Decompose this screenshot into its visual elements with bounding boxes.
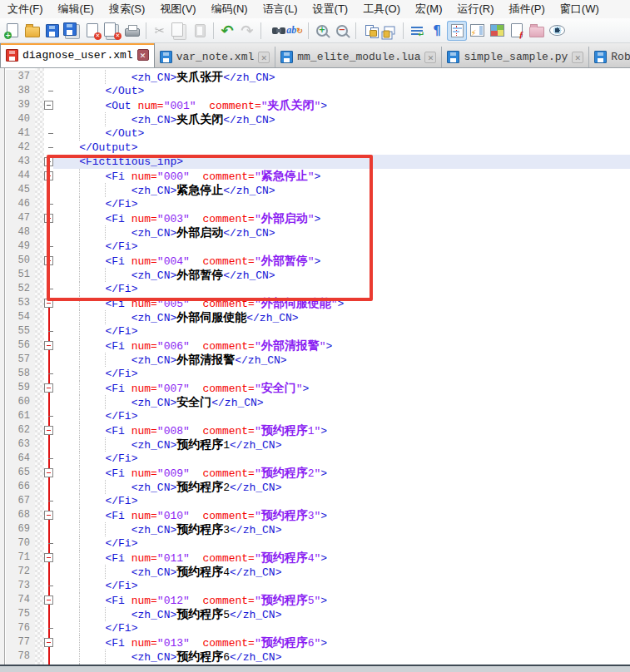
code-line[interactable]: <Fi num="007" comment="安全门"> [53,381,630,395]
function-list-icon[interactable]: ƒ [507,21,527,41]
tab-close-icon[interactable]: ✕ [424,52,436,63]
menu-item-file[interactable]: 文件(F) [0,0,51,18]
tab-var_note-xml[interactable]: var_note.xml✕ [155,47,276,67]
code-line[interactable]: </Fi> [53,367,630,381]
code-line[interactable]: </Fi> [53,536,630,551]
menu-item-language[interactable]: 语言(L) [255,0,305,18]
code-line[interactable]: <zh_CN>安全门</zh_CN> [53,395,630,409]
replace-icon[interactable]: ab↻ [285,21,305,41]
code-line[interactable]: </Fi> [53,621,630,635]
folder-as-workspace-icon[interactable] [527,21,547,41]
code-line[interactable]: <Fi num="011" comment="预约程序4"> [53,551,630,565]
fold-end-mark [48,586,53,586]
code-line[interactable]: <zh_CN>外部清报警</zh_CN> [53,353,630,367]
code-line[interactable]: <zh_CN>夹爪张开</zh_CN> [53,70,630,84]
open-file-icon[interactable] [22,21,42,41]
fold-collapse-box[interactable] [44,511,53,520]
code-line[interactable]: <Fi num="012" comment="预约程序5"> [53,593,630,607]
menu-item-plugins[interactable]: 插件(P) [502,0,553,18]
code-line[interactable]: <zh_CN>外部伺服使能</zh_CN> [53,310,630,324]
copy-icon[interactable] [170,21,190,41]
document-map-icon[interactable] [467,21,487,41]
fold-collapse-box[interactable] [44,638,53,647]
code-line[interactable]: <Out num="001" comment="夹爪关闭"> [53,98,630,112]
code-line[interactable]: <Fi num="006" comment="外部清报警"> [53,338,630,353]
close-all-icon[interactable]: ✕ [102,21,122,41]
code-line[interactable]: <zh_CN>预约程序4</zh_CN> [53,565,630,579]
fold-collapse-box[interactable] [44,101,53,110]
save-all-icon[interactable] [62,21,82,41]
tab-close-icon[interactable]: ✕ [258,52,270,63]
code-token: "008" [157,425,190,437]
menu-item-tools[interactable]: 工具(O) [355,0,408,18]
new-file-icon[interactable]: + [2,21,22,41]
paste-icon[interactable] [190,21,210,41]
tab-simple_sample-py[interactable]: simple_sample.py✕ [442,47,589,67]
bookmark-margin[interactable] [35,68,44,665]
code-token: <Fi [105,595,131,607]
code-line[interactable]: <zh_CN>预约程序6</zh_CN> [53,650,630,664]
menu-item-edit[interactable]: 编辑(E) [51,0,102,18]
save-file-icon[interactable] [42,21,62,41]
fold-collapse-box[interactable] [44,383,53,393]
code-line[interactable]: <Fi num="009" comment="预约程序2"> [53,466,630,480]
redo-icon[interactable]: ↷ [237,21,257,41]
code-token: 1 [223,439,230,452]
fold-collapse-box[interactable] [44,341,53,350]
code-line[interactable]: <Fi num="008" comment="预约程序1"> [53,423,630,437]
show-indent-guide-icon[interactable] [447,21,467,41]
tab-label: var_note.xml [176,47,255,67]
tab-close-icon[interactable]: ✕ [572,52,583,63]
show-all-characters-icon[interactable]: ¶ [427,21,447,41]
tab-mm_elite_module-lua[interactable]: mm_elite_module.lua✕ [275,47,442,67]
fold-collapse-box[interactable] [44,468,53,477]
sync-vertical-scroll-icon[interactable] [360,21,379,41]
menu-item-settings[interactable]: 设置(T) [305,0,356,18]
code-line[interactable]: </Out> [53,84,630,98]
code-line[interactable]: </Fi> [53,324,630,338]
zoom-in-icon[interactable]: + [312,21,332,41]
code-token: 夹爪关闭 [176,112,223,126]
print-icon[interactable] [122,21,142,41]
code-line[interactable]: </Output> [53,141,630,155]
code-line[interactable]: <zh_CN>预约程序2</zh_CN> [53,480,630,494]
code-token: </zh_CN> [223,72,275,84]
code-line[interactable]: </Fi> [53,494,630,508]
fold-collapse-box[interactable] [44,553,53,562]
code-line[interactable]: </Out> [53,126,630,141]
code-token: </Fi> [105,410,137,422]
menu-item-window[interactable]: 窗口(W) [553,0,607,18]
tab-close-icon[interactable]: ✕ [137,49,149,61]
code-line[interactable]: <zh_CN>预约程序3</zh_CN> [53,522,630,536]
sync-horizontal-scroll-icon[interactable] [379,21,399,41]
cut-icon[interactable]: ✂ [150,21,170,41]
line-number: 63 [6,437,35,452]
zoom-out-icon[interactable]: − [332,21,352,41]
document-list-icon[interactable] [487,21,507,41]
fold-collapse-box[interactable] [44,426,53,435]
word-wrap-icon[interactable] [407,21,427,41]
close-file-icon[interactable]: ✕ [82,21,102,41]
code-line[interactable]: </Fi> [53,409,630,423]
code-line[interactable]: </Fi> [53,579,630,593]
code-line[interactable]: <zh_CN>预约程序5</zh_CN> [53,607,630,621]
tab-rob[interactable]: Rob [589,47,630,67]
code-line[interactable]: </Fi> [53,452,630,466]
menu-item-macro[interactable]: 宏(M) [408,0,450,18]
undo-icon[interactable]: ↶ [217,21,237,41]
tab-diagnose_user-xml[interactable]: diagnose_user.xml✕ [0,43,155,67]
menu-item-encoding[interactable]: 编码(N) [204,0,255,18]
line-number: 55 [6,324,35,338]
code-line[interactable]: <zh_CN>预约程序1</zh_CN> [53,437,630,452]
monitoring-icon[interactable] [547,21,567,41]
fold-collapse-box[interactable] [44,595,53,605]
code-token: > [320,637,327,650]
code-line[interactable]: <Fi num="010" comment="预约程序3"> [53,508,630,522]
find-icon[interactable] [265,21,285,41]
code-token: </Output> [79,141,137,154]
menu-item-run[interactable]: 运行(R) [449,0,501,18]
code-line[interactable]: <Fi num="013" comment="预约程序6"> [53,635,630,650]
menu-item-search[interactable]: 搜索(S) [102,0,152,18]
code-line[interactable]: <zh_CN>夹爪关闭</zh_CN> [53,112,630,126]
menu-item-view[interactable]: 视图(V) [152,0,203,18]
